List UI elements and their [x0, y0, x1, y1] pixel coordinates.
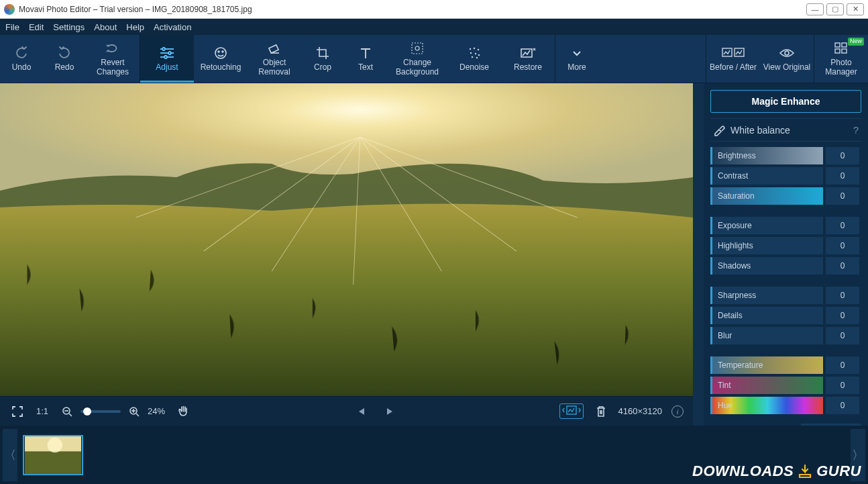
zoom-controls: 24% — [59, 403, 165, 420]
slider-value: 0 — [826, 377, 859, 394]
slider-contrast[interactable]: Contrast0 — [710, 167, 861, 185]
view-original-button[interactable]: View Original — [760, 35, 814, 83]
zoom-in-button[interactable] — [126, 403, 142, 420]
slider-label[interactable]: Highlights — [710, 237, 823, 254]
photo-manager-button[interactable]: New Photo Manager — [814, 35, 868, 83]
white-balance-row[interactable]: White balance ? — [710, 118, 861, 142]
next-image-button[interactable] — [382, 403, 398, 420]
maximize-button[interactable]: ▢ — [826, 3, 844, 15]
grid-icon — [834, 41, 848, 56]
denoise-icon — [468, 46, 481, 60]
beforeafter-label: Before / After — [710, 63, 757, 72]
delete-button[interactable] — [593, 403, 609, 420]
text-tab[interactable]: Text — [344, 35, 387, 83]
restore-label: Restore — [514, 63, 542, 72]
slider-label[interactable]: Sharpness — [710, 287, 823, 304]
more-label: More — [567, 63, 586, 72]
svg-point-3 — [168, 52, 171, 54]
undo-button[interactable]: Undo — [0, 35, 43, 83]
before-after-button[interactable]: Before / After — [706, 35, 760, 83]
window-title: Movavi Photo Editor – Trial version – IM… — [19, 5, 252, 14]
slider-label[interactable]: Saturation — [710, 187, 823, 205]
status-bar: 1:1 24% 4160×3120 i — [0, 396, 693, 426]
zoom-out-button[interactable] — [59, 403, 75, 420]
svg-point-8 — [222, 51, 223, 52]
app-logo-icon — [4, 4, 15, 15]
watermark: DOWNLOADS GURU — [692, 463, 861, 480]
slider-details[interactable]: Details0 — [710, 307, 861, 324]
adjust-tab[interactable]: Adjust — [140, 35, 194, 83]
svg-point-20 — [476, 57, 478, 58]
slider-blur[interactable]: Blur0 — [710, 327, 861, 344]
svg-point-15 — [478, 49, 479, 50]
svg-point-24 — [785, 51, 789, 55]
slider-tint[interactable]: Tint0 — [710, 377, 861, 394]
thumbnail[interactable] — [23, 435, 83, 475]
svg-rect-26 — [842, 43, 847, 47]
zoom-1to1-button[interactable]: 1:1 — [36, 406, 48, 416]
magic-enhance-button[interactable]: Magic Enhance — [710, 90, 861, 113]
slider-label[interactable]: Tint — [710, 377, 823, 394]
pan-button[interactable] — [176, 403, 192, 420]
filmstrip: 〈 〉 DOWNLOADS GURU — [0, 426, 868, 484]
slider-label[interactable]: Shadows — [710, 257, 823, 275]
fullscreen-button[interactable] — [9, 403, 25, 420]
download-icon — [798, 464, 812, 479]
slider-value: 0 — [826, 397, 859, 414]
redo-label: Redo — [55, 63, 74, 72]
white-balance-label: White balance — [730, 125, 790, 136]
slider-label[interactable]: Details — [710, 307, 823, 324]
filmstrip-prev-button[interactable]: 〈 — [3, 429, 17, 481]
crop-tab[interactable]: Crop — [301, 35, 344, 83]
info-button[interactable]: i — [671, 405, 684, 418]
slider-hue[interactable]: Hue0 — [710, 397, 861, 414]
slider-brightness[interactable]: Brightness0 — [710, 147, 861, 164]
minimize-button[interactable]: — — [806, 3, 824, 15]
slider-value: 0 — [826, 237, 859, 254]
redo-button[interactable]: Redo — [43, 35, 86, 83]
slider-shadows[interactable]: Shadows0 — [710, 257, 861, 275]
menu-activation[interactable]: Activation — [154, 22, 191, 32]
svg-rect-28 — [842, 49, 847, 53]
revert-icon — [105, 41, 120, 56]
slider-label[interactable]: Hue — [710, 397, 823, 414]
slider-highlights[interactable]: Highlights0 — [710, 237, 861, 254]
revert-button[interactable]: Revert Changes — [86, 35, 140, 83]
menu-edit[interactable]: Edit — [29, 22, 44, 32]
svg-point-17 — [475, 53, 476, 54]
menu-settings[interactable]: Settings — [53, 22, 85, 32]
slider-value: 0 — [826, 287, 859, 304]
new-badge: New — [848, 38, 864, 46]
change-background-tab[interactable]: Change Background — [387, 35, 447, 83]
object-removal-tab[interactable]: Object Removal — [248, 35, 301, 83]
slider-label[interactable]: Brightness — [710, 147, 823, 164]
zoom-slider[interactable] — [80, 410, 121, 413]
menu-file[interactable]: File — [5, 22, 19, 32]
image-dimensions: 4160×3120 — [618, 406, 662, 416]
fit-preview-button[interactable] — [559, 403, 584, 419]
close-button[interactable]: ✕ — [847, 3, 864, 15]
slider-value: 0 — [826, 147, 859, 164]
restore-tab[interactable]: Restore — [501, 35, 555, 83]
slider-label[interactable]: Temperature — [710, 356, 823, 374]
menu-help[interactable]: Help — [126, 22, 144, 32]
svg-line-38 — [69, 414, 72, 416]
slider-saturation[interactable]: Saturation0 — [710, 187, 861, 205]
svg-rect-25 — [835, 43, 840, 47]
slider-label[interactable]: Contrast — [710, 167, 823, 185]
menu-about[interactable]: About — [94, 22, 117, 32]
vertical-scrollbar[interactable] — [693, 83, 704, 426]
slider-exposure[interactable]: Exposure0 — [710, 217, 861, 234]
slider-label[interactable]: Blur — [710, 327, 823, 344]
prev-image-button[interactable] — [354, 403, 370, 420]
image-canvas[interactable] — [0, 83, 693, 396]
main-area: 1:1 24% 4160×3120 i Magic Enhance — [0, 83, 868, 426]
slider-sharpness[interactable]: Sharpness0 — [710, 287, 861, 304]
slider-label[interactable]: Exposure — [710, 217, 823, 234]
help-icon[interactable]: ? — [853, 124, 859, 136]
more-button[interactable]: More — [555, 35, 598, 83]
slider-temperature[interactable]: Temperature0 — [710, 356, 861, 374]
denoise-tab[interactable]: Denoise — [447, 35, 501, 83]
text-icon — [358, 46, 373, 60]
retouching-tab[interactable]: Retouching — [194, 35, 248, 83]
